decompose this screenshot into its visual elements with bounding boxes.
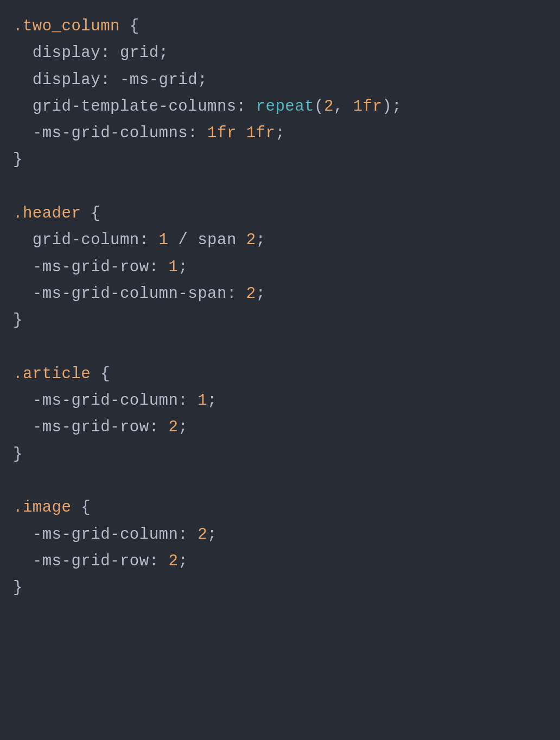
token-punc: :	[178, 526, 198, 544]
token-punc: :	[139, 231, 159, 249]
token-punc: :	[149, 552, 169, 570]
token-punc: (	[314, 98, 324, 116]
token-val: -ms-grid	[120, 71, 198, 89]
token-sel: .header	[13, 205, 81, 222]
token-num: 2	[246, 231, 256, 249]
token-num: 2	[198, 526, 207, 544]
token-num: 1	[353, 98, 363, 116]
token-punc: :	[178, 392, 198, 410]
token-punc: /	[168, 231, 198, 249]
token-prop: -ms-grid-column-span	[33, 285, 227, 303]
token-punc: ,	[334, 98, 353, 116]
token-sel: .two_column	[13, 17, 120, 35]
token-kw: span	[198, 231, 246, 249]
token-unit: fr	[217, 124, 246, 142]
token-punc: ;	[256, 285, 266, 303]
token-unit: fr	[256, 124, 276, 142]
token-fn: repeat	[256, 98, 314, 116]
token-punc: :	[237, 98, 256, 116]
token-punc: :	[227, 285, 246, 303]
token-num: 2	[168, 552, 178, 570]
token-prop: -ms-grid-row	[33, 552, 149, 570]
token-punc: ;	[159, 44, 169, 62]
token-punc: :	[188, 124, 207, 142]
token-prop: display	[33, 71, 100, 89]
token-punc: :	[100, 71, 120, 89]
token-prop: -ms-grid-row	[33, 258, 149, 276]
token-punc: {	[81, 205, 100, 222]
token-num: 1	[168, 258, 178, 276]
token-punc: :	[149, 258, 169, 276]
token-val: grid	[120, 44, 159, 62]
token-punc: {	[120, 17, 139, 35]
token-punc: :	[100, 44, 120, 62]
token-punc: ;	[178, 552, 188, 570]
token-punc: ;	[256, 231, 266, 249]
token-punc: }	[13, 311, 23, 329]
token-punc: {	[71, 499, 91, 516]
token-num: 2	[168, 418, 178, 436]
token-punc: }	[13, 579, 23, 597]
token-num: 1	[159, 231, 169, 249]
token-punc: ;	[207, 526, 217, 544]
token-prop: -ms-grid-columns	[33, 124, 188, 142]
token-punc: ;	[178, 418, 188, 436]
token-punc: )	[382, 98, 392, 116]
token-prop: grid-column	[33, 231, 139, 249]
token-prop: -ms-grid-column	[33, 392, 179, 410]
token-sel: .image	[13, 499, 71, 516]
token-prop: display	[33, 44, 100, 62]
token-num: 1	[246, 124, 256, 142]
token-punc: ;	[275, 124, 285, 142]
token-punc: ;	[392, 98, 402, 116]
token-num: 2	[246, 285, 256, 303]
token-num: 1	[207, 124, 217, 142]
token-punc: {	[91, 365, 110, 383]
token-prop: -ms-grid-row	[33, 418, 149, 436]
token-num: 2	[324, 98, 334, 116]
token-punc: ;	[207, 392, 217, 410]
token-unit: fr	[363, 98, 383, 116]
token-prop: -ms-grid-column	[33, 526, 179, 544]
token-prop: grid-template-columns	[33, 98, 237, 116]
token-num: 1	[198, 392, 207, 410]
token-punc: }	[13, 151, 23, 169]
token-sel: .article	[13, 365, 91, 383]
token-punc: }	[13, 445, 23, 463]
token-punc: ;	[198, 71, 207, 89]
token-punc: :	[149, 418, 169, 436]
css-code-block[interactable]: .two_column { display: grid; display: -m…	[13, 13, 547, 602]
token-punc: ;	[178, 258, 188, 276]
